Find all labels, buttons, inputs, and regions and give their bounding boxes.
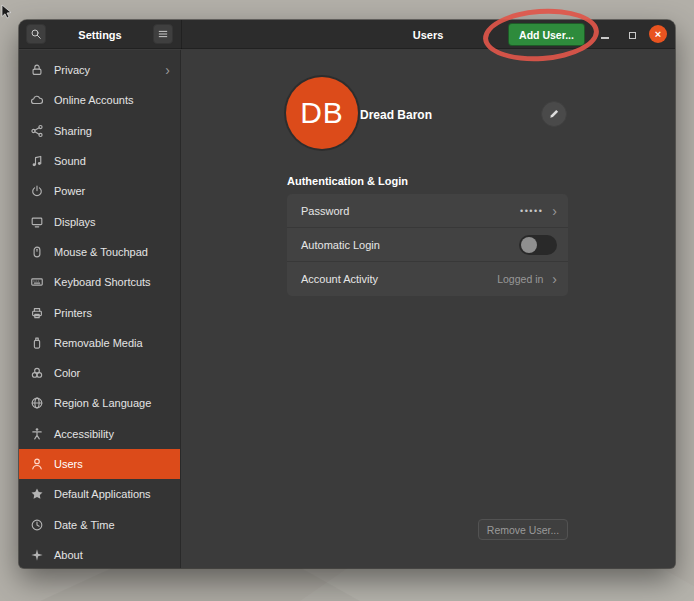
- power-icon: [30, 184, 44, 198]
- sidebar-item-removable-media[interactable]: Removable Media: [19, 328, 180, 358]
- authentication-group: Password ••••• › Automatic Login Account…: [287, 194, 568, 296]
- password-dots: •••••: [520, 206, 543, 216]
- keyboard-icon: [30, 275, 44, 289]
- hamburger-menu-button[interactable]: [153, 24, 173, 44]
- sidebar-item-sound[interactable]: Sound: [19, 146, 180, 176]
- sound-icon: [30, 154, 44, 168]
- remove-user-button[interactable]: Remove User...: [478, 519, 568, 540]
- mouse-cursor: [0, 4, 16, 20]
- row-label: Automatic Login: [301, 239, 519, 251]
- sidebar-item-accessibility[interactable]: Accessibility: [19, 419, 180, 449]
- add-user-button[interactable]: Add User...: [508, 23, 585, 46]
- sidebar-item-power[interactable]: Power: [19, 176, 180, 206]
- password-row[interactable]: Password ••••• ›: [287, 194, 568, 228]
- pencil-icon: [548, 108, 560, 120]
- sidebar-item-online-accounts[interactable]: Online Accounts: [19, 85, 180, 115]
- chevron-right-icon: ›: [552, 204, 557, 218]
- star-icon: [30, 487, 44, 501]
- sidebar-item-default-applications[interactable]: Default Applications: [19, 479, 180, 509]
- cloud-icon: [30, 93, 44, 107]
- chevron-right-icon: ›: [165, 63, 170, 77]
- maximize-icon: [629, 32, 636, 39]
- row-label: Account Activity: [301, 273, 497, 285]
- account-activity-value: Logged in: [497, 273, 543, 285]
- mouse-icon: [30, 245, 44, 259]
- edit-name-button[interactable]: [541, 101, 567, 127]
- sidebar: Privacy › Online Accounts Sharing Sound …: [19, 50, 181, 568]
- titlebar: Settings Users Add User... ×: [19, 20, 675, 49]
- section-title: Authentication & Login: [287, 175, 408, 187]
- sidebar-item-color[interactable]: Color: [19, 358, 180, 388]
- sidebar-item-displays[interactable]: Displays: [19, 206, 180, 236]
- clock-icon: [30, 518, 44, 532]
- users-panel: DB Dread Baron Authentication & Login Pa…: [182, 50, 675, 568]
- minimize-button[interactable]: [597, 27, 613, 43]
- sidebar-item-privacy[interactable]: Privacy ›: [19, 55, 180, 85]
- lock-icon: [30, 63, 44, 77]
- account-activity-row[interactable]: Account Activity Logged in ›: [287, 262, 568, 296]
- sidebar-item-about[interactable]: About: [19, 540, 180, 568]
- printer-icon: [30, 306, 44, 320]
- globe-icon: [30, 396, 44, 410]
- chevron-right-icon: ›: [552, 272, 557, 286]
- sidebar-item-region-language[interactable]: Region & Language: [19, 388, 180, 418]
- sidebar-item-printers[interactable]: Printers: [19, 297, 180, 327]
- toggle-knob: [521, 237, 537, 253]
- minimize-icon: [601, 37, 609, 39]
- display-icon: [30, 215, 44, 229]
- share-icon: [30, 124, 44, 138]
- sidebar-item-mouse-touchpad[interactable]: Mouse & Touchpad: [19, 237, 180, 267]
- removable-media-icon: [30, 336, 44, 350]
- maximize-button[interactable]: [624, 27, 640, 43]
- automatic-login-row[interactable]: Automatic Login: [287, 228, 568, 262]
- users-icon: [30, 457, 44, 471]
- automatic-login-toggle[interactable]: [519, 235, 557, 255]
- user-display-name: Dread Baron: [360, 108, 432, 122]
- avatar[interactable]: DB: [286, 77, 358, 149]
- sidebar-item-users[interactable]: Users: [19, 449, 180, 479]
- close-button[interactable]: ×: [649, 25, 667, 43]
- row-label: Password: [301, 205, 520, 217]
- accessibility-icon: [30, 427, 44, 441]
- close-icon: ×: [655, 29, 661, 40]
- titlebar-separator: [181, 20, 182, 49]
- settings-window: Settings Users Add User... × Privacy › O…: [19, 20, 675, 568]
- sidebar-item-keyboard-shortcuts[interactable]: Keyboard Shortcuts: [19, 267, 180, 297]
- hamburger-menu-icon: [157, 28, 169, 40]
- sidebar-item-date-time[interactable]: Date & Time: [19, 509, 180, 539]
- sidebar-item-sharing[interactable]: Sharing: [19, 116, 180, 146]
- color-icon: [30, 366, 44, 380]
- about-icon: [30, 548, 44, 562]
